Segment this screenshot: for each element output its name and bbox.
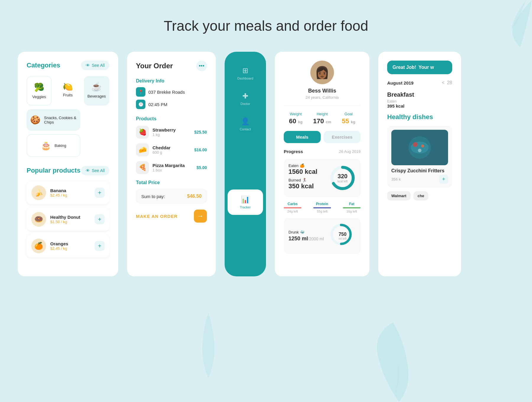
dashboard-icon: ⊞ [242,67,248,75]
svg-point-7 [421,145,424,147]
next-month-btn[interactable]: 28 [447,80,452,85]
kcal-donut: 320 kcal left [329,165,356,191]
beverages-icon: ☕ [91,82,102,92]
banana-img: 🍌 [31,185,46,200]
meal-type: Breakfast [387,91,452,98]
donut-img: 🍩 [31,212,46,227]
calorie-card: Eaten 🍊 1560 kcal Burned 🏃‍♀️ 350 kcal 3… [284,159,361,197]
water-card: Drunk 🐳 1250 ml/2000 ml 750 ml left [284,218,361,254]
total-section: Total Price Sum to pay: $46.50 MAKE AN O… [136,180,207,223]
nav-item-dashboard[interactable]: ⊞ Dashboard [225,61,266,86]
order-item-pizza: 🍕 Pizza Margarita 1 box $5.00 [136,161,207,174]
meal-kcal: 395 kcal [387,103,452,108]
phone-nav-panel: ⊞ Dashboard ✚ Doctor 👤 Contact 📊 Tracker [225,52,266,276]
store-row: Walmart che [387,191,452,200]
tab-meals[interactable]: Meals [284,131,321,143]
bg-leaf-center [189,313,228,378]
pizza-img: 🍕 [136,161,149,174]
add-donut-btn[interactable]: + [95,214,105,224]
clock-icon: 🕐 [136,100,145,109]
add-banana-btn[interactable]: + [95,188,105,198]
avatar: 👩🏾 [310,61,334,84]
burned-row: Burned 🏃‍♀️ 350 kcal [288,178,325,190]
category-item-veggies[interactable]: 🥦 Veggies [27,76,52,106]
order-header: Your Order ••• [136,61,207,71]
donut-center: 320 kcal left [338,173,348,183]
snacks-icon: 🍪 [30,115,40,125]
category-item-snacks[interactable]: 🍪 Snacks, Cookies & Chips [27,109,80,131]
month-label: August 2019 [387,80,413,85]
order-arrow-btn[interactable]: → [194,210,207,223]
popular-title: Popular products [27,167,80,174]
nav-item-contact[interactable]: 👤 Contact [225,111,266,137]
categories-title: Categories [27,61,60,69]
eye-icon-2: 👁 [86,168,90,173]
progress-header: Progress 26 Aug 2019 [284,149,361,154]
baking-icon: 🎂 [41,141,51,150]
oranges-info: Oranges $2.45 / kg [50,241,90,251]
month-nav: August 2019 < 28 [387,80,452,85]
add-oranges-btn[interactable]: + [95,241,105,251]
category-grid: 🥦 Veggies 🍋 Fruits ☕ Beverages 🍪 Snacks,… [27,76,109,157]
dish-name: Crispy Zucchini Fritters [391,168,448,174]
order-panel: Your Order ••• Delivery Info 📍 037 Brekk… [127,52,216,276]
order-menu-btn[interactable]: ••• [196,61,207,71]
month-arrows: < 28 [442,80,452,85]
strawberry-info: Strawberry 1 kg [153,127,191,137]
svg-point-6 [413,142,418,147]
order-item-strawberry: 🍓 Strawberry 1 kg $25.50 [136,126,207,139]
banana-price: $2.45 / kg [50,193,90,197]
add-dish-btn[interactable]: + [439,175,448,184]
healthy-panel: Great Job! Your w August 2019 < 28 Break… [378,52,461,276]
tab-exercises[interactable]: Exercises [324,131,361,143]
contact-icon: 👤 [241,117,250,126]
donut-name: Healthy Donut [50,215,90,220]
strawberry-img: 🍓 [136,126,149,139]
bg-leaf-bottom-right [340,299,443,402]
nav-item-doctor[interactable]: ✚ Doctor [225,86,266,111]
store-che[interactable]: che [413,191,428,200]
stats-row: Weight 60 kg Height 170 cm Goal 55 kg [284,112,361,125]
svg-point-8 [418,149,421,152]
prev-month-btn[interactable]: < [442,80,445,85]
delivery-address: 📍 037 Brekke Roads [136,87,207,97]
main-content: Categories 👁 See All 🥦 Veggies 🍋 Fruits … [0,46,532,282]
category-item-fruits[interactable]: 🍋 Fruits [55,76,80,106]
page-title: Track your meals and order food [0,18,532,34]
fat-bar [343,207,361,208]
store-walmart[interactable]: Walmart [387,191,411,200]
categories-see-all-btn[interactable]: 👁 See All [81,61,109,70]
meal-section: Breakfast Eaten 395 kcal [387,91,452,108]
donut-price: $1.50 / kg [50,220,90,224]
dish-kcal: 356 k [391,177,401,181]
healthy-dishes-title: Healthy dishes [387,113,452,121]
doctor-icon: ✚ [242,92,248,100]
donut-info: Healthy Donut $1.50 / kg [50,215,90,224]
macro-protein: Protein 55g left [313,202,331,213]
categories-panel: Categories 👁 See All 🥦 Veggies 🍋 Fruits … [18,52,118,276]
weight-stat: Weight 60 kg [289,112,303,125]
location-icon: 📍 [136,87,145,97]
goal-stat: Goal 55 kg [342,112,355,125]
cheddar-info: Cheddar 600 g [153,145,191,155]
oranges-img: 🍊 [31,239,46,253]
eaten-label: Eaten [387,99,452,103]
banana-info: Banana $2.45 / kg [50,188,90,197]
protein-bar [313,207,331,208]
total-title: Total Price [136,180,207,185]
macro-fat: Fat 16g left [343,202,361,213]
popular-see-all-btn[interactable]: 👁 See All [81,166,109,175]
profile-name: Bess Willis [308,88,336,94]
oranges-name: Oranges [50,241,90,246]
water-info: Drunk 🐳 1250 ml/2000 ml [288,230,325,242]
category-item-beverages[interactable]: ☕ Beverages [84,76,109,106]
product-item-oranges: 🍊 Oranges $2.45 / kg + [27,234,109,257]
category-item-baking[interactable]: 🎂 Baking [27,134,80,157]
profile-tabs: Meals Exercises [284,131,361,143]
products-title: Products [136,116,207,121]
tracker-icon: 📊 [241,195,250,204]
nav-item-tracker[interactable]: 📊 Tracker [228,189,263,215]
delivery-title: Delivery Info [136,78,207,84]
profile-subtitle: 24 years, California [306,95,339,100]
make-order-text: MAKE AN ORDER [136,214,178,219]
